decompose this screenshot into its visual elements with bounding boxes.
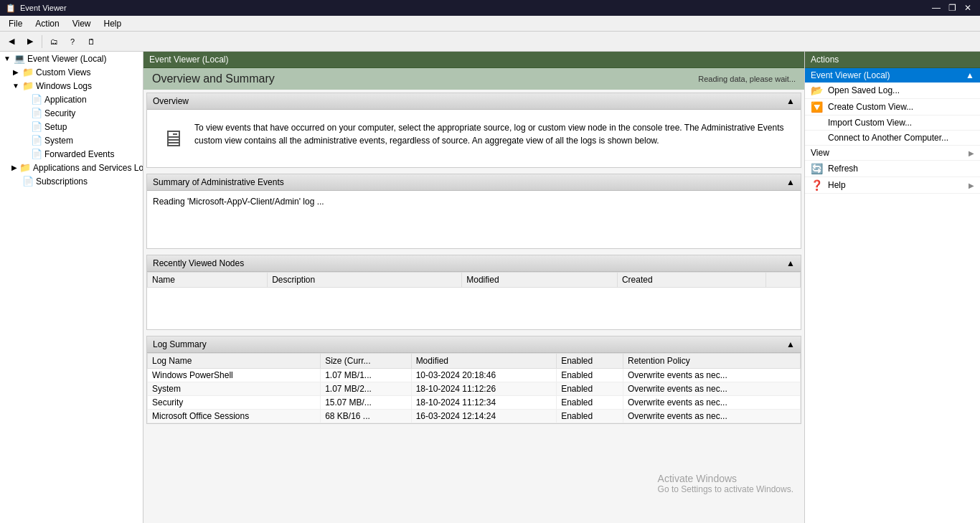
close-button[interactable]: ✕ — [961, 1, 974, 14]
page-title: Overview and Summary — [152, 72, 275, 85]
log-cell-modified: 18-10-2024 11:12:34 — [411, 396, 557, 410]
create-view-icon: 🔽 — [811, 101, 824, 113]
log-summary-table: Log Name Size (Curr... Modified Enabled … — [147, 353, 801, 423]
title-controls: — ❐ ✕ — [930, 1, 974, 14]
log-cell-modified: 16-03-2024 12:14:24 — [411, 410, 557, 423]
minimize-button[interactable]: — — [930, 1, 943, 14]
log-col-size: Size (Curr... — [321, 354, 411, 369]
system-icon: 📄 — [31, 135, 42, 146]
apps-services-expand: ▶ — [11, 164, 17, 171]
overview-section-body: 🖥 To view events that have occurred on y… — [147, 110, 801, 167]
action-section-title: Event Viewer (Local) ▲ — [805, 68, 980, 83]
tree-node-custom-views[interactable]: ▶ 📁 Custom Views — [0, 65, 143, 79]
log-row[interactable]: Security15.07 MB/...18-10-2024 11:12:34E… — [148, 396, 801, 410]
tree-node-setup[interactable]: 📄 Setup — [0, 120, 143, 133]
log-cell-size: 1.07 MB/1... — [321, 369, 411, 382]
system-label: System — [44, 136, 73, 146]
forward-button[interactable]: ▶ — [22, 34, 39, 50]
col-name: Name — [148, 273, 268, 288]
recently-viewed-title: Recently Viewed Nodes — [153, 258, 244, 268]
admin-events-title: Summary of Administrative Events — [153, 177, 284, 187]
action-open-saved-log[interactable]: 📂 Open Saved Log... — [805, 83, 980, 99]
view-label: View — [811, 148, 829, 158]
breadcrumb-text: Event Viewer (Local) — [149, 55, 229, 65]
log-row[interactable]: Microsoft Office Sessions68 KB/16 ...16-… — [148, 410, 801, 423]
admin-events-reading-text: Reading 'Microsoft-AppV-Client/Admin' lo… — [153, 197, 324, 207]
create-view-label: Create Custom View... — [828, 102, 913, 112]
log-cell-size: 68 KB/16 ... — [321, 410, 411, 423]
log-cell-name: Windows PowerShell — [148, 369, 321, 382]
menu-item-help[interactable]: Help — [98, 17, 128, 30]
log-summary-header[interactable]: Log Summary ▲ — [147, 336, 801, 353]
action-create-custom-view[interactable]: 🔽 Create Custom View... — [805, 99, 980, 116]
custom-views-icon: 📁 — [22, 67, 34, 77]
log-cell-enabled: Enabled — [557, 410, 623, 423]
windows-logs-expand: ▼ — [11, 82, 20, 90]
security-icon: 📄 — [31, 108, 42, 118]
help-toolbar-button[interactable]: ? — [64, 34, 81, 50]
overview-collapse-icon: ▲ — [786, 96, 795, 106]
root-icon: 💻 — [14, 53, 25, 64]
tree-panel: ▼ 💻 Event Viewer (Local) ▶ 📁 Custom View… — [0, 52, 143, 523]
tree-node-application[interactable]: 📄 Application — [0, 93, 143, 106]
action-connect-computer[interactable]: Connect to Another Computer... — [805, 131, 980, 146]
actions-title: Actions — [811, 55, 839, 65]
recently-viewed-header[interactable]: Recently Viewed Nodes ▲ — [147, 255, 801, 272]
log-table-container: Log Name Size (Curr... Modified Enabled … — [147, 353, 801, 423]
center-panel: Event Viewer (Local) Overview and Summar… — [143, 52, 804, 523]
log-cell-modified: 10-03-2024 20:18:46 — [411, 369, 557, 382]
custom-views-label: Custom Views — [36, 67, 90, 77]
log-cell-size: 15.07 MB/... — [321, 396, 411, 410]
col-extra — [765, 273, 800, 288]
open-log-label: Open Saved Log... — [828, 85, 900, 95]
back-button[interactable]: ◀ — [3, 34, 20, 50]
open-log-icon: 📂 — [811, 85, 824, 96]
subscriptions-icon: 📄 — [22, 176, 34, 187]
col-description: Description — [268, 273, 462, 288]
window-title: Event Viewer — [20, 4, 67, 12]
setup-label: Setup — [44, 122, 67, 132]
log-cell-size: 1.07 MB/2... — [321, 382, 411, 396]
center-title-bar: Overview and Summary Reading data, pleas… — [143, 68, 804, 90]
windows-logs-label: Windows Logs — [36, 81, 92, 91]
maximize-button[interactable]: ❐ — [946, 1, 958, 14]
menu-item-view[interactable]: View — [67, 17, 97, 30]
overview-body-text: To view events that have occurred on you… — [194, 121, 789, 147]
setup-icon: 📄 — [31, 121, 42, 132]
root-expand: ▼ — [3, 55, 11, 62]
action-help[interactable]: ❓ Help ▶ — [805, 177, 980, 194]
menu-item-file[interactable]: File — [3, 17, 28, 30]
log-cell-name: Microsoft Office Sessions — [148, 410, 321, 423]
toolbar-separator-1 — [42, 35, 42, 48]
log-col-name: Log Name — [148, 354, 321, 369]
properties-button[interactable]: 🗒 — [83, 34, 100, 50]
actions-panel: Actions Event Viewer (Local) ▲ 📂 Open Sa… — [804, 52, 980, 523]
show-hide-button[interactable]: 🗂 — [45, 34, 62, 50]
menu-bar: FileActionViewHelp — [0, 16, 980, 32]
tree-node-windows-logs[interactable]: ▼ 📁 Windows Logs — [0, 79, 143, 93]
action-refresh[interactable]: 🔄 Refresh — [805, 161, 980, 177]
tree-node-security[interactable]: 📄 Security — [0, 106, 143, 120]
tree-node-apps-services[interactable]: ▶ 📁 Applications and Services Lo... — [0, 161, 143, 174]
tree-node-forwarded-events[interactable]: 📄 Forwarded Events — [0, 147, 143, 161]
toolbar: ◀ ▶ 🗂 ? 🗒 — [0, 32, 980, 52]
action-import-custom-view[interactable]: Import Custom View... — [805, 116, 980, 131]
action-view[interactable]: View ▶ — [805, 146, 980, 161]
log-row[interactable]: System1.07 MB/2...18-10-2024 11:12:26Ena… — [148, 382, 801, 396]
admin-events-body: Reading 'Microsoft-AppV-Client/Admin' lo… — [147, 191, 801, 248]
col-modified: Modified — [462, 273, 618, 288]
log-row[interactable]: Windows PowerShell1.07 MB/1...10-03-2024… — [148, 369, 801, 382]
tree-node-system[interactable]: 📄 System — [0, 133, 143, 147]
recently-viewed-table: Name Description Modified Created — [147, 272, 801, 288]
tree-node-subscriptions[interactable]: 📄 Subscriptions — [0, 174, 143, 188]
menu-item-action[interactable]: Action — [29, 17, 65, 30]
recently-viewed-body: Name Description Modified Created — [147, 272, 801, 329]
admin-events-header[interactable]: Summary of Administrative Events ▲ — [147, 174, 801, 191]
root-label: Event Viewer (Local) — [27, 54, 107, 64]
log-summary-body: Log Name Size (Curr... Modified Enabled … — [147, 353, 801, 423]
actions-header: Actions — [805, 52, 980, 68]
tree-root[interactable]: ▼ 💻 Event Viewer (Local) — [0, 52, 143, 65]
overview-section-header[interactable]: Overview ▲ — [147, 93, 801, 110]
log-cell-retention: Overwrite events as nec... — [623, 369, 801, 382]
recently-viewed-section: Recently Viewed Nodes ▲ Name Description… — [146, 255, 801, 330]
